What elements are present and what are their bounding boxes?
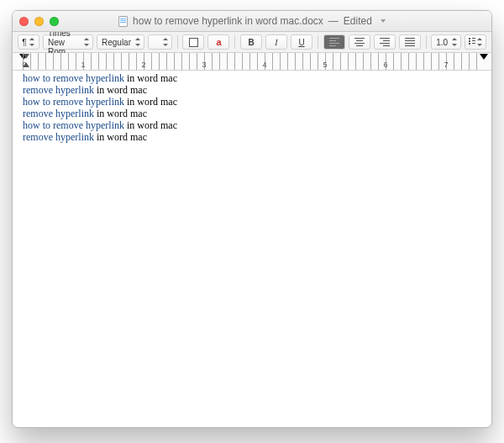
align-right-icon: [380, 38, 390, 46]
plain-text[interactable]: in word mac: [124, 96, 177, 108]
align-justify-icon: [405, 38, 415, 46]
chevron-updown-icon: [83, 38, 90, 46]
ruler-label: 6: [383, 61, 387, 69]
text-line[interactable]: remove hyperlink in word mac: [13, 131, 491, 143]
window-title-status: Edited: [344, 15, 372, 27]
italic-label: I: [275, 38, 277, 47]
hyperlink-text[interactable]: how to remove hyperlink: [23, 96, 124, 108]
toolbar-separator: [177, 35, 178, 49]
plain-text[interactable]: in word mac: [94, 84, 147, 96]
underline-button[interactable]: U: [291, 34, 312, 50]
align-center-button[interactable]: [349, 34, 370, 50]
hyperlink-text[interactable]: how to remove hyperlink: [23, 119, 124, 131]
hyperlink-text[interactable]: remove hyperlink: [23, 131, 94, 143]
font-family-value: Times New Rom…: [48, 29, 80, 56]
document-text[interactable]: how to remove hyperlink in word mac remo…: [13, 71, 491, 143]
text-line[interactable]: how to remove hyperlink in word mac: [13, 119, 491, 131]
text-color-swatch-icon: [189, 38, 198, 47]
text-line[interactable]: remove hyperlink in word mac: [13, 108, 491, 119]
toolbar-separator: [426, 35, 427, 49]
tab-well-right-icon[interactable]: [480, 54, 488, 60]
title-bar[interactable]: how to remove hyperlink in word mac.docx…: [13, 11, 491, 32]
plain-text[interactable]: in word mac: [94, 131, 147, 143]
align-left-button[interactable]: [323, 34, 345, 50]
chevron-updown-icon: [29, 38, 35, 46]
window-title-filename: how to remove hyperlink in word mac.docx: [133, 15, 323, 27]
zoom-window-button[interactable]: [50, 17, 59, 26]
ruler-label: 2: [141, 61, 145, 69]
title-dropdown-icon[interactable]: [381, 19, 386, 23]
toolbar-separator: [318, 35, 318, 49]
window-title-group[interactable]: how to remove hyperlink in word mac.docx…: [118, 15, 386, 27]
align-left-icon: [329, 38, 339, 46]
horizontal-ruler[interactable]: 0 1 2 3 4 5 6 7: [13, 53, 491, 71]
style-presets-button[interactable]: ¶: [18, 34, 39, 50]
font-size-select[interactable]: [148, 34, 172, 50]
formatting-toolbar: ¶ Times New Rom… Regular a B I: [13, 32, 491, 53]
close-window-button[interactable]: [19, 17, 29, 26]
chevron-updown-icon: [451, 38, 458, 46]
underline-label: U: [298, 38, 304, 47]
ruler-label: 4: [262, 61, 266, 69]
window-traffic-lights: [19, 17, 59, 26]
highlight-color-button[interactable]: a: [207, 34, 229, 50]
ruler-label: 5: [323, 61, 327, 69]
ruler-label: 7: [444, 61, 448, 69]
bullet-list-icon: [469, 38, 475, 46]
text-line[interactable]: remove hyperlink in word mac: [13, 84, 491, 96]
hyperlink-text[interactable]: remove hyperlink: [23, 84, 94, 96]
text-line[interactable]: how to remove hyperlink in word mac: [13, 96, 491, 108]
bold-button[interactable]: B: [240, 34, 262, 50]
align-right-button[interactable]: [374, 34, 396, 50]
align-center-icon: [354, 38, 365, 46]
bold-label: B: [248, 38, 254, 47]
ruler-label: 1: [81, 61, 85, 69]
text-line[interactable]: how to remove hyperlink in word mac: [13, 72, 491, 84]
list-style-button[interactable]: [465, 34, 486, 50]
document-icon: [118, 16, 128, 27]
minimize-window-button[interactable]: [34, 17, 44, 26]
ruler-ticks: [23, 53, 483, 70]
font-family-select[interactable]: Times New Rom…: [43, 34, 93, 50]
toolbar-separator: [234, 35, 235, 49]
text-color-button[interactable]: [182, 34, 204, 50]
align-justify-button[interactable]: [399, 34, 421, 50]
line-spacing-select[interactable]: 1.0: [431, 34, 461, 50]
plain-text[interactable]: in word mac: [124, 72, 177, 84]
ruler-label: 3: [202, 61, 206, 69]
hyperlink-text[interactable]: how to remove hyperlink: [23, 72, 124, 84]
line-spacing-value: 1.0: [436, 38, 448, 47]
app-window: how to remove hyperlink in word mac.docx…: [12, 10, 492, 428]
ruler-label: 0: [22, 61, 26, 69]
hyperlink-text[interactable]: remove hyperlink: [23, 108, 94, 119]
font-style-select[interactable]: Regular: [97, 34, 144, 50]
chevron-updown-icon: [477, 38, 482, 46]
chevron-updown-icon: [134, 38, 141, 46]
document-canvas[interactable]: how to remove hyperlink in word mac remo…: [13, 71, 491, 427]
chevron-updown-icon: [162, 38, 169, 46]
plain-text[interactable]: in word mac: [124, 119, 177, 131]
italic-button[interactable]: I: [265, 34, 287, 50]
highlight-a-icon: a: [216, 38, 221, 47]
plain-text[interactable]: in word mac: [94, 108, 147, 119]
window-title-separator: —: [328, 15, 339, 27]
font-style-value: Regular: [102, 38, 131, 47]
